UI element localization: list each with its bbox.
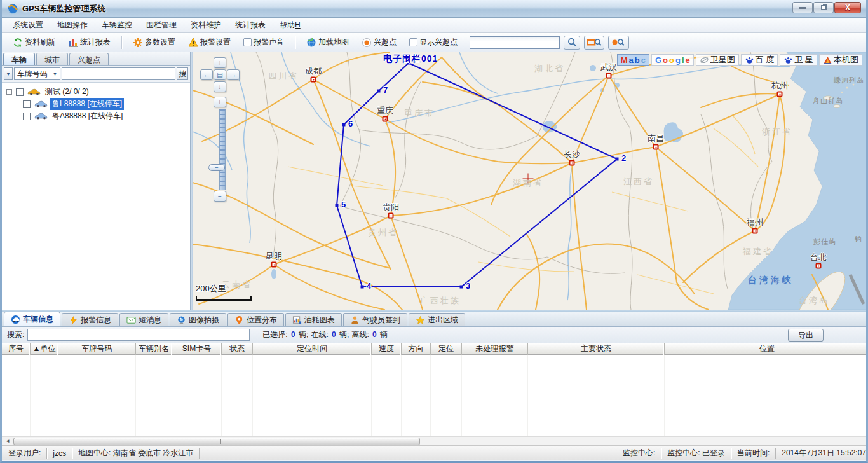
menu-item[interactable]: 地图操作 bbox=[50, 18, 95, 32]
toolbar-button[interactable]: 报警设置 bbox=[184, 35, 235, 50]
column-header[interactable]: 主要状态 bbox=[528, 343, 665, 355]
bottom-tab[interactable]: 图像拍摄 bbox=[170, 313, 226, 326]
sidebar-tab[interactable]: 车辆 bbox=[3, 53, 35, 65]
toolbar-button[interactable]: 参数设置 bbox=[128, 35, 180, 50]
map-provider-button[interactable]: 百 度 bbox=[741, 54, 778, 66]
column-header[interactable]: 定位时间 bbox=[253, 343, 372, 355]
restore-icon bbox=[821, 5, 827, 10]
menu-bar: 系统设置地图操作车辆监控围栏管理资料维护统计报表帮助H bbox=[2, 18, 866, 33]
column-header[interactable]: ▲单位 bbox=[31, 343, 58, 355]
column-header[interactable]: 车辆别名 bbox=[136, 343, 172, 355]
bottom-tab[interactable]: 位置分布 bbox=[227, 313, 284, 326]
column-header[interactable]: 序号 bbox=[2, 343, 31, 355]
table-search-input[interactable] bbox=[27, 329, 250, 341]
vehicle-label[interactable]: 鲁L88888 [在线停车] bbox=[50, 98, 124, 110]
checkbox[interactable] bbox=[243, 38, 252, 46]
rect-magnifier-button[interactable] bbox=[584, 36, 604, 50]
sidebar-tab[interactable]: 兴趣点 bbox=[69, 53, 109, 65]
vehicle-search-button[interactable]: 搜 bbox=[177, 67, 188, 80]
toolbar-button[interactable]: 加载地图 bbox=[302, 35, 353, 50]
map-provider-button[interactable]: 卫 星 bbox=[780, 54, 817, 66]
scrollbar-thumb[interactable] bbox=[13, 438, 420, 445]
bottom-tab[interactable]: 油耗图表 bbox=[285, 313, 342, 326]
pan-right-button[interactable]: → bbox=[227, 69, 240, 80]
column-header[interactable]: 位置 bbox=[665, 343, 868, 355]
zoom-slider-handle[interactable]: − bbox=[208, 164, 225, 171]
pan-left-button[interactable]: ← bbox=[200, 69, 213, 80]
toolbar-button[interactable]: 显示兴趣点 bbox=[405, 35, 462, 50]
gear-icon bbox=[133, 38, 143, 48]
restore-button[interactable] bbox=[813, 2, 834, 13]
column-header[interactable]: SIM卡号 bbox=[172, 343, 222, 355]
table-column bbox=[402, 355, 431, 436]
bottom-tab[interactable]: 短消息 bbox=[119, 313, 168, 326]
map-provider-button[interactable]: Google bbox=[651, 54, 694, 66]
summary-counter: 在线: 0 辆; bbox=[311, 329, 349, 340]
vehicle-tree: −测试 (2/ 0/ 2)鲁L88888 [在线停车]粤A88888 [在线停车… bbox=[2, 83, 190, 310]
column-header[interactable]: 方向 bbox=[402, 343, 431, 355]
table-column bbox=[172, 355, 222, 436]
toolbar-button[interactable]: 报警声音 bbox=[239, 35, 288, 50]
checkbox[interactable] bbox=[23, 100, 31, 108]
statusbar-item: 登录用户: bbox=[8, 448, 41, 459]
column-header[interactable]: 状态 bbox=[222, 343, 253, 355]
export-button[interactable]: 导出 bbox=[788, 329, 824, 342]
close-button[interactable]: X bbox=[834, 2, 861, 13]
menu-item[interactable]: 围栏管理 bbox=[139, 18, 184, 32]
tree-vehicle-row[interactable]: 粤A88888 [在线停车] bbox=[13, 110, 187, 122]
city-label: 武汉 bbox=[600, 62, 617, 73]
checkbox[interactable] bbox=[409, 38, 417, 46]
bottom-tab[interactable]: 驾驶员签到 bbox=[343, 313, 407, 326]
filter-field-combobox[interactable]: 车牌号码 ▼ bbox=[14, 67, 61, 80]
zoom-in-button[interactable]: + bbox=[214, 97, 226, 107]
tree-vehicle-row[interactable]: 鲁L88888 [在线停车] bbox=[13, 98, 187, 110]
tree-group-row[interactable]: −测试 (2/ 0/ 2) bbox=[4, 86, 187, 98]
dot-magnifier-button[interactable] bbox=[608, 36, 628, 50]
minimize-button[interactable] bbox=[792, 2, 813, 13]
tree-expander[interactable]: − bbox=[6, 89, 12, 95]
bottom-tab[interactable]: 报警信息 bbox=[62, 313, 118, 326]
bottom-tab[interactable]: 进出区域 bbox=[409, 313, 465, 326]
city-marker: 长沙 bbox=[569, 160, 575, 166]
menu-item[interactable]: 帮助H bbox=[273, 18, 308, 32]
map-provider-button[interactable]: 卫星图 bbox=[696, 54, 739, 66]
toolbar-button[interactable]: 资料刷新 bbox=[8, 35, 60, 50]
map-scale-bar bbox=[196, 296, 252, 301]
fuel-chart-icon bbox=[292, 315, 302, 325]
column-header[interactable]: 车牌号码 bbox=[58, 343, 136, 355]
menu-item[interactable]: 系统设置 bbox=[6, 18, 50, 32]
sidebar-tab[interactable]: 城市 bbox=[36, 53, 68, 65]
filter-mode-dropdown[interactable]: ▼ bbox=[4, 67, 13, 80]
map-canvas[interactable]: ↑ ← ▤ → ↓ + − − 200公里 MabcGoogle卫星图百 度卫 … bbox=[193, 52, 866, 310]
menu-item[interactable]: 资料维护 bbox=[184, 18, 228, 32]
city-marker: 南昌 bbox=[653, 144, 659, 150]
pan-up-button[interactable]: ↑ bbox=[214, 57, 226, 68]
menu-item[interactable]: 统计报表 bbox=[228, 18, 273, 32]
column-header[interactable]: 定位 bbox=[431, 343, 462, 355]
scroll-left-arrow-icon[interactable]: ◄ bbox=[3, 438, 12, 445]
zoom-out-button[interactable]: − bbox=[214, 191, 226, 202]
city-dot-icon bbox=[311, 77, 316, 83]
pan-down-button[interactable]: ↓ bbox=[214, 81, 226, 92]
menu-item[interactable]: 车辆监控 bbox=[95, 18, 139, 32]
checkbox[interactable] bbox=[23, 113, 31, 120]
tree-group-label[interactable]: 测试 (2/ 0/ 2) bbox=[43, 86, 91, 98]
toolbar-button[interactable]: 兴趣点 bbox=[357, 35, 401, 50]
map-provider-button[interactable]: 本机图 bbox=[819, 54, 862, 66]
zoom-slider-track[interactable] bbox=[219, 109, 226, 190]
location-pin-icon bbox=[234, 315, 244, 325]
pan-center-button[interactable]: ▤ bbox=[214, 69, 226, 80]
column-header[interactable]: 速度 bbox=[372, 343, 402, 355]
magnifier-button[interactable] bbox=[564, 36, 580, 50]
map-scale-label: 200公里 bbox=[196, 284, 226, 293]
toolbar-button[interactable]: 统计报表 bbox=[64, 35, 115, 50]
column-header[interactable]: 未处理报警 bbox=[462, 343, 528, 355]
vehicle-label[interactable]: 粤A88888 [在线停车] bbox=[50, 110, 125, 122]
map-provider-button[interactable]: Mabc bbox=[617, 54, 649, 66]
map-search-input[interactable] bbox=[470, 36, 560, 49]
checkbox[interactable] bbox=[16, 88, 24, 96]
toolbar-button-label: 加载地图 bbox=[318, 37, 349, 48]
bottom-tab[interactable]: 车辆信息 bbox=[4, 312, 60, 326]
vehicle-search-input[interactable] bbox=[62, 67, 175, 80]
horizontal-scrollbar[interactable]: ◄ bbox=[2, 436, 866, 445]
